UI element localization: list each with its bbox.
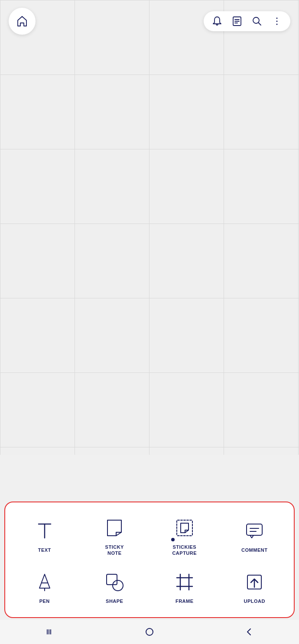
tool-text[interactable]: TEXT bbox=[10, 511, 80, 561]
notes-button[interactable] bbox=[231, 16, 243, 27]
pen-icon bbox=[32, 570, 57, 595]
sticky-note-label: STICKY NOTE bbox=[105, 544, 124, 557]
tool-stickies-capture[interactable]: STICKIES CAPTURE bbox=[150, 511, 220, 561]
shape-icon bbox=[102, 570, 127, 595]
tool-sticky-note[interactable]: STICKY NOTE bbox=[80, 511, 150, 561]
svg-point-17 bbox=[113, 580, 123, 591]
svg-point-27 bbox=[146, 628, 153, 635]
tool-pen[interactable]: PEN bbox=[10, 565, 80, 608]
more-options-button[interactable] bbox=[271, 16, 283, 27]
frame-label: FRAME bbox=[176, 598, 194, 604]
comment-label: COMMENT bbox=[241, 547, 267, 553]
svg-point-7 bbox=[276, 21, 278, 22]
comment-icon bbox=[242, 518, 267, 544]
svg-rect-12 bbox=[247, 524, 262, 535]
back-button[interactable] bbox=[244, 627, 254, 637]
text-label: TEXT bbox=[38, 547, 51, 553]
svg-point-8 bbox=[276, 24, 278, 25]
svg-line-5 bbox=[259, 23, 261, 26]
tool-upload[interactable]: UPLOAD bbox=[220, 565, 290, 608]
top-bar bbox=[0, 8, 299, 35]
sticky-note-icon bbox=[102, 515, 127, 540]
tool-shape[interactable]: SHAPE bbox=[80, 565, 150, 608]
stickies-capture-icon bbox=[172, 515, 197, 540]
shape-label: SHAPE bbox=[106, 598, 123, 604]
svg-rect-11 bbox=[177, 520, 192, 536]
canvas-area[interactable] bbox=[0, 0, 299, 455]
upload-icon bbox=[242, 570, 267, 595]
android-home-button[interactable] bbox=[144, 627, 155, 637]
tool-comment[interactable]: COMMENT bbox=[220, 511, 290, 561]
tool-frame[interactable]: FRAME bbox=[150, 565, 220, 608]
search-button[interactable] bbox=[251, 16, 263, 27]
svg-rect-16 bbox=[107, 574, 117, 585]
home-button[interactable] bbox=[9, 8, 36, 35]
bottom-nav-bar bbox=[0, 620, 299, 644]
capture-dot bbox=[171, 538, 175, 541]
svg-point-6 bbox=[276, 18, 278, 19]
stickies-capture-label: STICKIES CAPTURE bbox=[172, 544, 197, 557]
notification-button[interactable] bbox=[211, 16, 223, 27]
pen-label: PEN bbox=[39, 598, 50, 604]
toolbar-panel: TEXT STICKY NOTE bbox=[4, 502, 295, 618]
top-right-group bbox=[204, 11, 290, 31]
toolbar-grid: TEXT STICKY NOTE bbox=[10, 511, 289, 608]
text-icon bbox=[32, 518, 57, 544]
recent-apps-button[interactable] bbox=[45, 627, 55, 637]
upload-label: UPLOAD bbox=[244, 598, 265, 604]
frame-icon bbox=[172, 570, 197, 595]
